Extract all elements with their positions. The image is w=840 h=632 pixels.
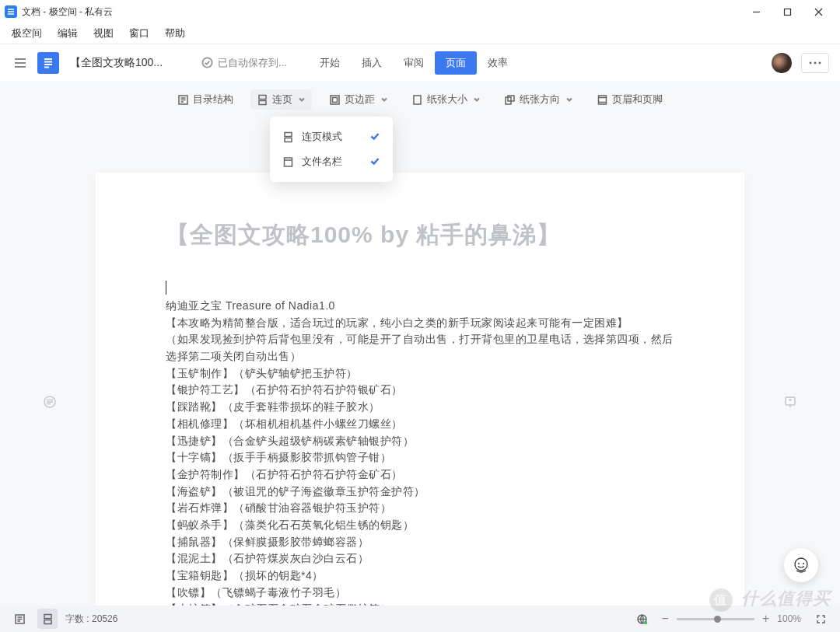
dropdown-item-continuous-mode[interactable]: 连页模式 [270, 124, 393, 149]
doc-line: 【本攻略为精简整合版，适合玩过的玩家，纯小白之类的新手玩家阅读起来可能有一定困难… [166, 315, 674, 332]
doc-line: 【玉铲制作】（铲头铲轴铲把玉护符） [166, 365, 674, 382]
chevron-down-icon [565, 94, 573, 106]
main-toolbar: 【全图文攻略100... 已自动保存到... 开始 插入 审阅 页面 效率 [0, 44, 840, 81]
filenamebar-icon [282, 156, 294, 168]
tab-insert[interactable]: 插入 [351, 51, 393, 75]
window-title: 文档 - 极空间 - 私有云 [22, 5, 113, 19]
doc-line: 【混泥土】（石护符煤炭灰白沙白云石） [166, 550, 674, 567]
subitem-headerfooter-label: 页眉和页脚 [612, 93, 663, 106]
sb-continuous-button[interactable] [37, 609, 58, 629]
chevron-down-icon [380, 94, 388, 106]
hamburger-icon[interactable] [11, 54, 30, 72]
svg-point-4 [819, 61, 821, 64]
sb-globe-button[interactable] [632, 609, 653, 629]
avatar[interactable] [772, 53, 792, 73]
toolbar-right [772, 53, 829, 73]
zoom-out-button[interactable]: − [662, 612, 669, 626]
dropdown-item-label: 连页模式 [302, 130, 342, 144]
maximize-button[interactable] [772, 1, 803, 23]
menu-window[interactable]: 窗口 [122, 25, 156, 42]
text-cursor [166, 281, 166, 295]
gutter-left-icon[interactable] [43, 395, 57, 412]
pagesize-icon [411, 94, 423, 106]
sb-outline-button[interactable] [9, 609, 30, 629]
menubar: 极空间 编辑 视图 窗口 帮助 [0, 23, 840, 44]
check-icon [369, 155, 380, 169]
doc-line: 【蚂蚁杀手】（藻类化石石英氧化铝生锈的钥匙） [166, 517, 674, 534]
sb-fullscreen-button[interactable] [810, 609, 831, 629]
document-body[interactable]: 纳迪亚之宝 Treasure of Nadia1.0【本攻略为精简整合版，适合玩… [166, 298, 674, 606]
close-button[interactable] [803, 1, 834, 23]
help-float-button[interactable] [784, 548, 818, 582]
workspace[interactable]: 【全图文攻略100% by 粘手的鼻涕】 纳迪亚之宝 Treasure of N… [0, 118, 840, 606]
tab-review[interactable]: 审阅 [393, 51, 435, 75]
tab-efficiency[interactable]: 效率 [477, 51, 519, 75]
toolbar-left: 【全图文攻略100... [11, 52, 163, 74]
tab-page[interactable]: 页面 [435, 51, 477, 75]
tab-start[interactable]: 开始 [309, 51, 351, 75]
doc-line: 【岩石炸弹】（硝酸甘油容器银护符玉护符） [166, 500, 674, 517]
subitem-outline[interactable]: 目录结构 [171, 89, 240, 110]
window-controls [740, 1, 834, 23]
svg-rect-9 [333, 97, 338, 102]
menu-jikongjian[interactable]: 极空间 [5, 25, 49, 42]
svg-rect-7 [259, 100, 266, 104]
subitem-margins-label: 页边距 [345, 93, 375, 106]
orientation-icon [504, 94, 516, 106]
svg-point-2 [810, 61, 812, 64]
subitem-headerfooter[interactable]: 页眉和页脚 [590, 89, 669, 110]
subitem-outline-label: 目录结构 [193, 93, 233, 106]
subitem-papersize[interactable]: 纸张大小 [405, 89, 487, 110]
svg-rect-25 [44, 620, 51, 623]
outline-icon [177, 94, 189, 106]
subitem-continuous-label: 连页 [272, 93, 292, 106]
dropdown-item-filename-bar[interactable]: 文件名栏 [270, 149, 393, 174]
svg-rect-0 [784, 9, 790, 15]
svg-rect-13 [599, 96, 607, 104]
app-logo-icon [5, 5, 17, 18]
doc-line: 【十字镐】（扳手手柄摄影胶带抓钩管子钳） [166, 449, 674, 466]
menu-edit[interactable]: 编辑 [51, 25, 85, 42]
check-circle-icon [201, 57, 213, 68]
menu-help[interactable]: 帮助 [158, 25, 192, 42]
continuous-icon [282, 131, 294, 143]
menu-view[interactable]: 视图 [86, 25, 121, 42]
page-heading: 【全图文攻略100% by 粘手的鼻涕】 [166, 219, 674, 251]
subitem-margins[interactable]: 页边距 [323, 89, 394, 110]
svg-point-27 [644, 620, 648, 624]
margins-icon [329, 94, 341, 106]
zoom-slider[interactable] [677, 618, 754, 620]
titlebar: 文档 - 极空间 - 私有云 [0, 0, 840, 23]
gutter-right-icon[interactable] [783, 395, 797, 412]
svg-rect-10 [414, 96, 421, 104]
svg-point-22 [803, 563, 804, 564]
doc-line: 【捕鼠器】（保鲜膜摄影胶带蟑螂容器） [166, 534, 674, 551]
subitem-papersize-label: 纸张大小 [427, 93, 467, 106]
statusbar-right: − + 100% [632, 609, 831, 629]
chevron-down-icon [298, 94, 306, 106]
save-status: 已自动保存到... [201, 56, 287, 70]
check-icon [369, 131, 380, 144]
subtoolbar: 目录结构 连页 页边距 纸张大小 纸张方向 页眉和页脚 [0, 81, 840, 118]
doc-line: 【银护符工艺】（石护符石护符石护符银矿石） [166, 382, 674, 399]
zoom-in-button[interactable]: + [762, 612, 769, 626]
svg-rect-6 [259, 95, 266, 99]
document-title: 【全图文攻略100... [70, 56, 163, 70]
minimize-button[interactable] [740, 1, 772, 23]
svg-rect-24 [44, 614, 51, 618]
doc-line: 纳迪亚之宝 Treasure of Nadia1.0 [166, 298, 674, 315]
chevron-down-icon [473, 94, 481, 106]
subtoolbar-wrap: 目录结构 连页 页边距 纸张大小 纸张方向 页眉和页脚 [0, 81, 840, 119]
doc-line: 【金护符制作】（石护符石护符石护符金矿石） [166, 466, 674, 484]
doc-line: （如果发现捡到护符后背包里没有，可能是开了自动出售，打开背包里的卫星电话，选择第… [166, 331, 674, 365]
headerfooter-icon [597, 94, 608, 106]
subitem-orientation[interactable]: 纸张方向 [498, 89, 579, 110]
doc-line: 【海盗铲】（被诅咒的铲子海盗徽章玉护符金护符） [166, 484, 674, 501]
subitem-continuous[interactable]: 连页 [250, 89, 312, 110]
doc-line: 【踩踏靴】（皮手套鞋带损坏的鞋子胶水） [166, 399, 674, 416]
svg-point-3 [814, 61, 817, 64]
more-button[interactable] [801, 53, 829, 73]
doc-line: 【宝箱钥匙】（损坏的钥匙*4） [166, 567, 674, 585]
svg-rect-14 [285, 132, 292, 136]
titlebar-left: 文档 - 极空间 - 私有云 [5, 5, 113, 19]
